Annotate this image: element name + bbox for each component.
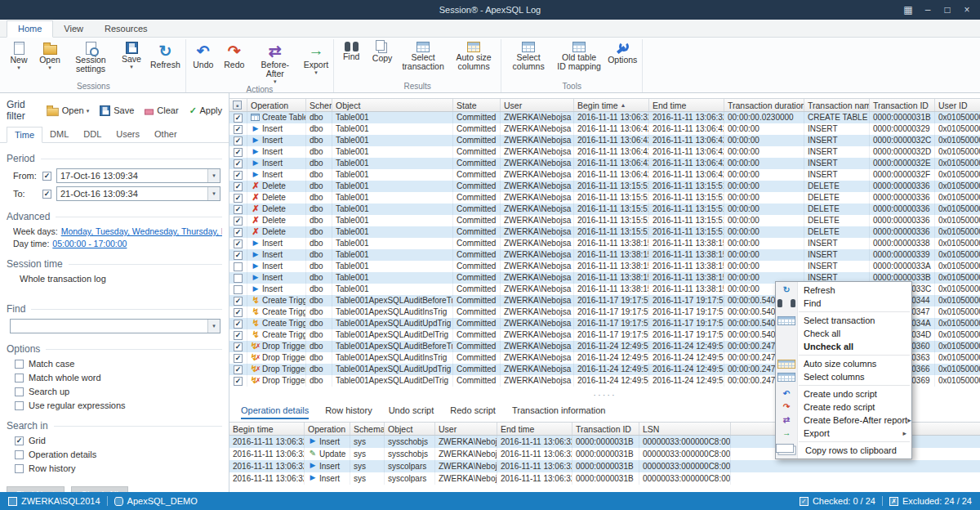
table-row[interactable]: InsertdboTable001CommittedZWERKA\Nebojsa… — [229, 158, 980, 169]
tab-view[interactable]: View — [53, 21, 94, 37]
row-checkbox[interactable] — [234, 171, 243, 180]
week-days-link[interactable]: Monday, Tuesday, Wednesday, Thursday, Fr… — [61, 226, 222, 236]
row-checkbox[interactable] — [234, 297, 243, 306]
ribbon-button-refresh[interactable]: Refresh — [147, 39, 184, 69]
column-header-check[interactable] — [229, 99, 247, 111]
chevron-down-icon[interactable]: ▾ — [207, 169, 220, 182]
row-checkbox[interactable] — [234, 262, 243, 271]
operation-details-checkbox[interactable] — [15, 450, 24, 459]
row-checkbox[interactable] — [234, 217, 243, 226]
grid-checkbox[interactable] — [15, 436, 24, 445]
menu-item-find[interactable]: Find — [776, 297, 911, 310]
column-header-schema[interactable]: Schema — [350, 423, 385, 435]
tab-resources[interactable]: Resources — [94, 21, 158, 37]
column-header-object[interactable]: Object — [332, 99, 453, 111]
chevron-down-icon[interactable]: ▾ — [207, 187, 220, 200]
check-all-button[interactable]: Check All — [71, 486, 128, 492]
row-checkbox[interactable] — [234, 320, 243, 329]
ribbon-button-open[interactable]: Open▾ — [34, 39, 65, 70]
column-header-object[interactable]: Object — [385, 423, 435, 435]
row-checkbox[interactable] — [234, 251, 243, 260]
row-checkbox[interactable] — [234, 125, 243, 134]
menu-item-export[interactable]: Export▸ — [776, 427, 911, 440]
day-time-link[interactable]: 05:00:00 - 17:00:00 — [52, 239, 127, 248]
table-row[interactable]: InsertdboTable001CommittedZWERKA\Nebojsa… — [229, 261, 980, 272]
row-checkbox[interactable] — [234, 239, 243, 248]
table-row[interactable]: InsertdboTable001CommittedZWERKA\Nebojsa… — [229, 135, 980, 146]
menu-item-uncheck-all[interactable]: Uncheck all — [776, 340, 911, 353]
filter-save-button[interactable]: Save — [99, 104, 134, 117]
from-checkbox[interactable] — [42, 172, 51, 181]
ribbon-button-options[interactable]: Options — [604, 39, 640, 65]
find-combo[interactable]: ▾ — [10, 319, 220, 333]
menu-item-create-before-after-report[interactable]: Create Before-After report▸ — [776, 414, 911, 427]
maximize-button[interactable]: □ — [938, 0, 957, 20]
row-checkbox[interactable] — [234, 308, 243, 317]
window-style-button[interactable]: ▦ — [898, 0, 918, 20]
close-button[interactable]: × — [957, 0, 977, 20]
ribbon-button-auto-size-columns[interactable]: Auto size columns — [448, 39, 499, 71]
column-header-schema[interactable]: Schema — [306, 99, 332, 111]
row-checkbox[interactable] — [234, 285, 243, 294]
filter-open-button[interactable]: Open▾ — [46, 104, 89, 117]
menu-item-create-undo-script[interactable]: Create undo script — [776, 387, 911, 400]
table-row[interactable]: InsertdboTable001CommittedZWERKA\Nebojsa… — [229, 123, 980, 135]
to-checkbox[interactable] — [42, 190, 51, 199]
table-row[interactable]: DeletedboTable001CommittedZWERKA\Nebojsa… — [229, 192, 980, 204]
table-row[interactable]: DeletedboTable001CommittedZWERKA\Nebojsa… — [229, 181, 980, 192]
ribbon-button-new[interactable]: New▾ — [3, 39, 34, 70]
table-row[interactable]: DeletedboTable001CommittedZWERKA\Nebojsa… — [229, 215, 980, 226]
row-checkbox[interactable] — [234, 274, 243, 283]
row-checkbox[interactable] — [234, 331, 243, 340]
column-header-end-time[interactable]: End time — [649, 99, 724, 111]
ribbon-button-save[interactable]: Save▾ — [116, 39, 147, 69]
row-checkbox[interactable] — [234, 377, 243, 386]
column-header-state[interactable]: State — [453, 99, 501, 111]
minimize-button[interactable]: – — [918, 0, 938, 20]
row-checkbox[interactable] — [234, 114, 243, 123]
menu-item-auto-size-columns[interactable]: Auto size columns — [776, 357, 911, 370]
row-checkbox[interactable] — [234, 365, 243, 374]
row-checkbox[interactable] — [234, 148, 243, 157]
column-header-transaction-duration[interactable]: Transaction duration — [724, 99, 804, 111]
row-checkbox[interactable] — [234, 159, 243, 168]
row-checkbox[interactable] — [234, 205, 243, 214]
search-up-checkbox[interactable] — [15, 387, 24, 396]
ribbon-button-export[interactable]: Export▾ — [301, 39, 332, 75]
ribbon-button-session-settings[interactable]: Session settings — [65, 39, 116, 74]
match-case-checkbox[interactable] — [15, 360, 24, 369]
row-checkbox[interactable] — [234, 342, 243, 351]
filter-tab-time[interactable]: Time — [7, 127, 42, 143]
table-row[interactable]: InsertdboTable001CommittedZWERKA\Nebojsa… — [229, 169, 980, 181]
filter-apply-button[interactable]: Apply — [189, 104, 222, 117]
detail-row[interactable]: 2016-11-11 13:06:32InsertsyssyscolparsZW… — [229, 460, 980, 472]
menu-item-check-all[interactable]: Check all — [776, 327, 911, 340]
to-date-combo[interactable]: 21-Oct-16 13:09:34 ▾ — [56, 186, 220, 201]
menu-item-select-columns[interactable]: Select columns — [776, 370, 911, 383]
ribbon-button-copy[interactable]: Copy — [367, 39, 398, 63]
filter-clear-button[interactable]: Clear — [144, 104, 178, 117]
row-checkbox[interactable] — [234, 182, 243, 191]
from-date-combo[interactable]: 17-Oct-16 13:09:34 ▾ — [56, 168, 220, 183]
filter-tab-dml[interactable]: DML — [42, 127, 76, 142]
tab-undo-script[interactable]: Undo script — [389, 405, 434, 419]
column-header-operation[interactable]: Operation — [305, 423, 350, 435]
column-header-user[interactable]: User — [435, 423, 497, 435]
filter-tab-ddl[interactable]: DDL — [76, 127, 109, 142]
detail-row[interactable]: 2016-11-11 13:06:32InsertsyssyscolparsZW… — [229, 472, 980, 485]
ribbon-button-redo[interactable]: Redo — [219, 39, 250, 69]
tab-redo-script[interactable]: Redo script — [450, 405, 496, 419]
header-checkbox[interactable] — [233, 101, 242, 110]
row-checkbox[interactable] — [234, 136, 243, 145]
tab-operation-details[interactable]: Operation details — [241, 405, 309, 419]
ribbon-button-select-transaction[interactable]: Select transaction — [398, 39, 448, 71]
column-header-user[interactable]: User — [501, 99, 574, 111]
ribbon-button-undo[interactable]: Undo — [188, 39, 219, 69]
column-header-transaction-id[interactable]: Transaction ID — [870, 99, 935, 111]
column-header-end-time[interactable]: End time — [497, 423, 572, 435]
tab-home[interactable]: Home — [7, 20, 53, 38]
table-row[interactable]: InsertdboTable001CommittedZWERKA\Nebojsa… — [229, 238, 980, 249]
column-header-begin-time[interactable]: Begin time — [229, 423, 305, 435]
menu-item-refresh[interactable]: Refresh — [776, 284, 911, 297]
table-row[interactable]: DeletedboTable001CommittedZWERKA\Nebojsa… — [229, 226, 980, 238]
